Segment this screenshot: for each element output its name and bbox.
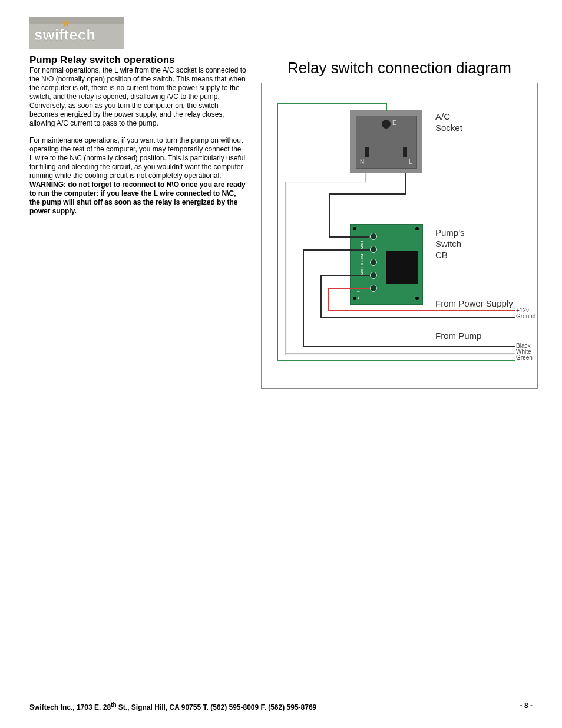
- paragraph-1: For normal operations, the L wire from t…: [29, 66, 246, 128]
- socket-neutral-slot: [365, 147, 369, 157]
- logo-text: swiftech: [34, 26, 95, 44]
- term-label-nc: N\C: [359, 267, 365, 275]
- section-title: Pump Relay switch operations: [29, 54, 175, 66]
- label-from-psu: From Power Supply: [435, 298, 513, 309]
- wire-psu-12v: [328, 288, 329, 311]
- pcb-mount-hole: [353, 297, 356, 300]
- paragraph-2-plain: For maintenance operations, if you want …: [29, 136, 245, 180]
- paragraph-2-warning: WARNING: do not forget to reconnect to N…: [29, 180, 246, 215]
- paragraph-2: For maintenance operations, if you want …: [29, 136, 246, 216]
- wire-com-to-pump: [303, 346, 515, 347]
- swiftech-logo: swiftech: [29, 17, 124, 49]
- relay-component: [386, 251, 418, 284]
- pcb-mount-hole: [415, 227, 419, 230]
- terminal-plus: [370, 285, 377, 292]
- label-psu-ground: Ground: [516, 313, 535, 320]
- relay-diagram: E N L A/C Socket N\O COM N\C – + Pump's …: [261, 83, 538, 389]
- wire-neutral: [285, 182, 367, 183]
- wire-psu-12v: [328, 288, 370, 289]
- wire-earth: [277, 103, 387, 104]
- wire-earth: [386, 103, 387, 111]
- wire-live-to-no: [329, 236, 369, 238]
- terminal-nc: [370, 259, 377, 266]
- label-pump-switch: Pump's Switch CB: [435, 228, 465, 261]
- wire-live-to-no: [329, 193, 330, 236]
- wire-psu-ground: [320, 317, 515, 318]
- wire-com-to-pump: [303, 249, 304, 347]
- body-text: For normal operations, the L wire from t…: [29, 66, 246, 224]
- page-footer: Swiftech Inc., 1703 E. 28th St., Signal …: [29, 701, 533, 711]
- wire-neutral: [285, 353, 515, 355]
- wire-psu-ground: [320, 275, 370, 276]
- wire-psu-12v: [328, 310, 515, 311]
- wire-com-to-pump: [303, 249, 370, 251]
- wire-neutral: [365, 173, 367, 182]
- terminal-com: [370, 246, 377, 253]
- socket-letter-n: N: [360, 159, 364, 165]
- wire-psu-ground: [320, 275, 322, 318]
- socket-live-slot: [403, 147, 407, 157]
- label-ac-socket: A/C Socket: [435, 111, 462, 134]
- wire-neutral: [285, 182, 287, 354]
- socket-letter-e: E: [392, 120, 396, 126]
- pcb-mount-hole: [415, 297, 419, 300]
- page-number: - 8 -: [520, 701, 533, 711]
- svg-rect-1: [29, 17, 124, 24]
- pcb-mount-hole: [353, 227, 356, 230]
- terminal-minus: [370, 272, 377, 279]
- label-from-pump: From Pump: [435, 331, 481, 342]
- footer-address: Swiftech Inc., 1703 E. 28th St., Signal …: [29, 701, 316, 711]
- term-label-plus: +: [357, 295, 360, 301]
- term-label-no: N\O: [359, 241, 365, 249]
- socket-earth-hole: [382, 120, 391, 129]
- term-label-com: COM: [359, 253, 365, 265]
- terminal-no: [370, 233, 377, 240]
- socket-letter-l: L: [409, 159, 412, 165]
- wire-live-to-no: [329, 193, 406, 195]
- wire-earth: [277, 360, 515, 361]
- wire-live-to-no: [405, 173, 406, 193]
- diagram-title: Relay switch connection diagram: [261, 59, 538, 77]
- wire-earth: [277, 103, 278, 361]
- label-pump-green: Green: [516, 354, 533, 361]
